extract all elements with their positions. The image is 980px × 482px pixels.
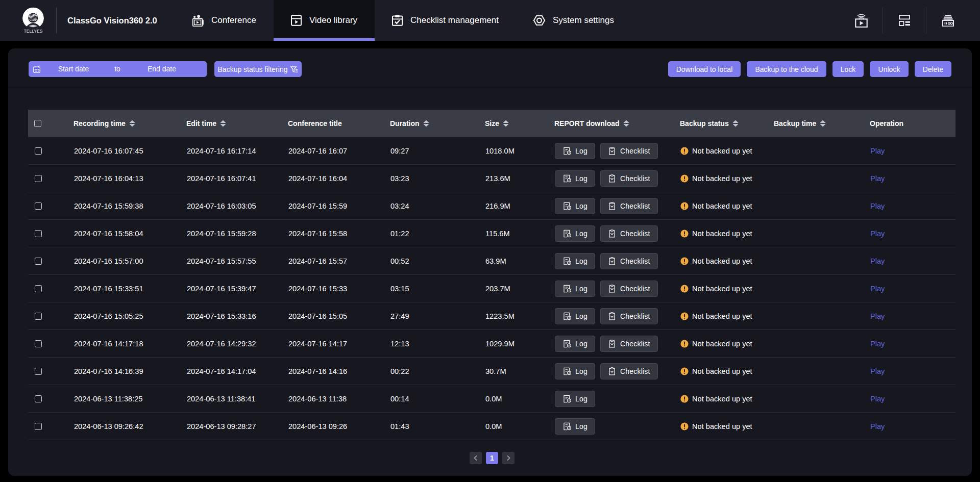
svg-text:TELLYES: TELLYES (23, 29, 42, 34)
